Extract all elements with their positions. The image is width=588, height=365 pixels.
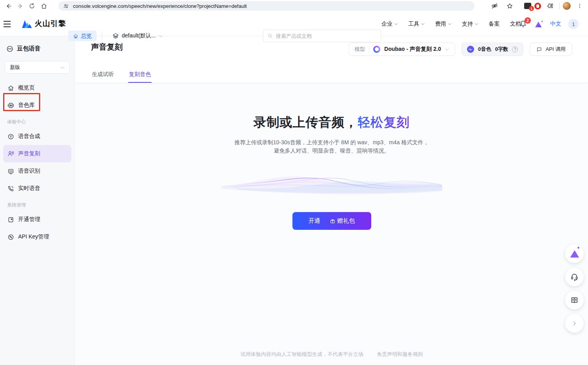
model-label: 模型 xyxy=(355,46,365,53)
hero-description: 推荐上传或录制10-30s音频，上传支持小于 8M 的 wav、mp3、m4a … xyxy=(75,138,588,155)
model-selector[interactable]: 模型 Doubao - 声音复刻 2.0 xyxy=(349,43,455,56)
ai-mountain-icon xyxy=(570,250,579,257)
sidebar-item-asr[interactable]: 语音识别 xyxy=(3,162,71,180)
help-icon[interactable]: ? xyxy=(512,47,518,52)
chevron-down-icon xyxy=(421,22,425,26)
document-icon xyxy=(7,216,14,223)
chevron-right-icon xyxy=(571,320,577,326)
api-call-button[interactable]: API 调用 xyxy=(530,43,572,56)
doubao-logo-icon xyxy=(373,46,380,53)
menu-support[interactable]: 支持 xyxy=(462,20,478,28)
quota-badge[interactable]: 0音色 0字数 ? xyxy=(461,43,523,56)
menu-hamburger-icon[interactable] xyxy=(2,19,12,29)
hero-title-main: 录制或上传音频， xyxy=(254,115,358,129)
sidebar-item-realtime-voice[interactable]: 实时语音 xyxy=(3,180,71,197)
chevron-down-icon xyxy=(448,22,452,26)
hero-section: 录制或上传音频，轻松复刻 推荐上传或录制10-30s音频，上传支持小于 8M 的… xyxy=(75,83,588,230)
footer-terms-link[interactable]: 免责声明和服务规则 xyxy=(377,351,423,357)
product-title: 豆包语音 xyxy=(17,45,41,52)
browser-menu-icon[interactable] xyxy=(574,1,586,11)
hero-title-accent: 轻松复刻 xyxy=(358,115,410,129)
chevron-down-icon xyxy=(474,22,478,26)
language-switch[interactable]: 中文 xyxy=(550,20,561,28)
version-selector[interactable]: 新版 xyxy=(5,61,70,74)
browser-reload-icon[interactable] xyxy=(26,1,38,11)
model-value: Doubao - 声音复刻 2.0 xyxy=(384,46,441,53)
ai-assistant-icon[interactable]: ✦ xyxy=(534,20,543,28)
volcengine-console-page: console.volcengine.com/speech/new/experi… xyxy=(0,0,588,365)
page-title: 声音复刻 xyxy=(91,42,123,52)
sidebar-item-overview[interactable]: 概览页 xyxy=(3,79,71,97)
extension-badge: 1 xyxy=(529,6,534,11)
sidebar-item-voice-library[interactable]: 音色库 xyxy=(3,97,71,114)
menu-icp[interactable]: 备案 xyxy=(489,20,500,28)
browser-profile-avatar[interactable] xyxy=(563,2,571,10)
extension-icon[interactable]: 1 xyxy=(524,3,531,9)
sidebar-item-voice-clone[interactable]: 声音复刻 xyxy=(3,145,71,162)
adblock-extension-icon[interactable] xyxy=(534,3,541,9)
volcengine-logo[interactable]: 火山引擎 xyxy=(22,19,66,29)
docs-fab[interactable] xyxy=(565,291,584,309)
browser-toolbar: console.volcengine.com/speech/new/experi… xyxy=(0,0,588,12)
hero-desc-line2: 避免多人对话、明显杂音、噪音、混响等情况。 xyxy=(75,147,588,155)
bookmark-star-icon[interactable] xyxy=(504,1,515,11)
floating-toolbar xyxy=(565,244,584,333)
notification-bell-icon[interactable]: 2 xyxy=(519,20,527,28)
customer-service-fab[interactable] xyxy=(565,268,584,286)
doubao-voice-icon xyxy=(6,45,13,52)
pulse-icon xyxy=(467,46,474,53)
notification-badge: 2 xyxy=(525,17,531,24)
menu-billing[interactable]: 费用 xyxy=(435,20,452,28)
account-avatar[interactable]: 1 xyxy=(568,19,579,29)
site-settings-icon[interactable] xyxy=(63,3,69,9)
password-eye-off-icon[interactable] xyxy=(489,1,501,11)
gift-package: 赠礼包 xyxy=(330,217,355,225)
menu-tools[interactable]: 工具 xyxy=(408,20,425,28)
search-input[interactable] xyxy=(276,33,377,39)
menu-enterprise[interactable]: 企业 xyxy=(381,20,398,28)
tab-generate-preview[interactable]: 生成试听 xyxy=(91,67,115,83)
browser-address-bar[interactable]: console.volcengine.com/speech/new/experi… xyxy=(58,1,474,11)
page-header: 声音复刻 模型 Doubao - 声音复刻 2.0 0音色 0字数 ? xyxy=(75,36,588,83)
home-icon xyxy=(73,33,78,39)
collapse-fab[interactable] xyxy=(565,314,584,333)
overview-label: 总览 xyxy=(81,32,92,39)
sidebar-item-api-key[interactable]: API Key管理 xyxy=(3,228,71,246)
sidebar-item-tts[interactable]: 语音合成 xyxy=(3,128,71,145)
tab-clone-voice[interactable]: 复刻音色 xyxy=(128,67,152,83)
browser-back-icon[interactable] xyxy=(2,1,14,11)
sidebar-section-experience: 体验中心 xyxy=(0,114,74,128)
voice-library-icon xyxy=(7,102,14,109)
url-text[interactable]: console.volcengine.com/speech/new/experi… xyxy=(73,3,247,9)
activate-button[interactable]: 开通 赠礼包 xyxy=(292,212,371,230)
project-selector[interactable]: default(默认... xyxy=(112,32,163,39)
open-book-icon xyxy=(570,296,579,304)
version-label: 新版 xyxy=(10,64,20,71)
voice-clone-icon xyxy=(7,150,14,157)
top-right-icons: 2 ✦ 中文 1 xyxy=(519,12,579,36)
activate-label: 开通 xyxy=(309,217,320,225)
sidebar-item-activation[interactable]: 开通管理 xyxy=(3,211,71,228)
product-header: 豆包语音 xyxy=(0,36,74,60)
hero-title: 录制或上传音频，轻松复刻 xyxy=(75,114,588,131)
api-call-label: API 调用 xyxy=(545,46,566,53)
browser-forward-icon[interactable] xyxy=(14,1,26,11)
headset-icon xyxy=(570,273,579,281)
gift-icon xyxy=(330,218,335,224)
key-icon xyxy=(7,233,14,240)
gift-label: 赠礼包 xyxy=(337,217,355,225)
svg-text:✦: ✦ xyxy=(541,20,543,23)
extensions-puzzle-icon[interactable] xyxy=(544,1,556,11)
global-search[interactable] xyxy=(263,30,381,42)
chat-icon xyxy=(536,47,542,52)
sidebar-section-system: 系统管理 xyxy=(0,197,74,211)
main-content: 声音复刻 模型 Doubao - 声音复刻 2.0 0音色 0字数 ? xyxy=(75,36,588,365)
page-footer: 试用体验内容均由人工智能模型生成，不代表平台立场免责声明和服务规则 xyxy=(75,351,588,358)
tts-icon xyxy=(7,133,14,140)
ai-helper-fab[interactable] xyxy=(565,244,584,263)
browser-home-icon[interactable] xyxy=(38,1,50,11)
search-icon xyxy=(267,33,273,39)
overview-button[interactable]: 总览 xyxy=(68,31,97,41)
quota-voices: 0音色 xyxy=(478,46,491,53)
sidebar: 豆包语音 新版 概览页 音色库 体验中心 语音合成 声音复刻 语音识别 xyxy=(0,36,75,365)
